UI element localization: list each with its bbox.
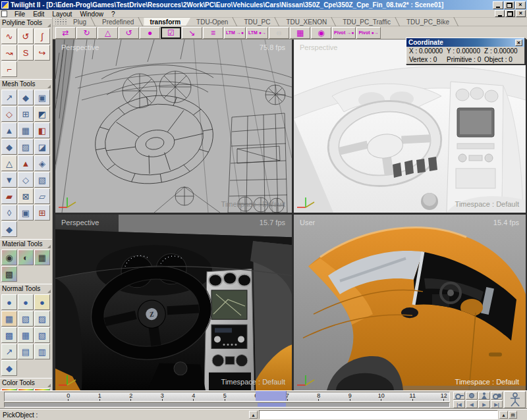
polyline-tool-button[interactable]: ↝ [1, 45, 17, 61]
mesh-tool-button[interactable]: ▨ [18, 139, 34, 155]
normal-tool-button[interactable]: ↗ [1, 344, 17, 359]
material-tool-button[interactable]: ▦ [34, 249, 50, 265]
mesh-tool-button[interactable]: ▱ [34, 188, 50, 204]
polyline-tool-button[interactable]: ∫ [34, 28, 50, 44]
mesh-tool-button[interactable]: ⊠ [18, 188, 34, 204]
mesh-tool-button[interactable]: ◇ [18, 172, 34, 188]
normal-tool-button[interactable]: ▦ [18, 327, 34, 343]
close-button[interactable]: × [515, 1, 526, 9]
polyline-tool-button[interactable]: ∿ [1, 28, 17, 44]
toolbar-tab[interactable]: TDU_PC_Bike [401, 18, 459, 26]
polyline-tool-button[interactable]: ↺ [18, 28, 34, 44]
normal-tool-button[interactable]: ▧ [18, 311, 34, 327]
status-spin-button[interactable]: ▲ [499, 411, 508, 419]
ltm-to-object-icon[interactable]: LTM →● [224, 27, 246, 39]
mesh-tool-button[interactable]: ◆ [1, 221, 17, 237]
box-tool-icon[interactable]: ▦ [290, 27, 310, 39]
normal-tool-button[interactable]: ▨ [34, 311, 50, 327]
mesh-tool-button[interactable]: ▲ [18, 155, 34, 171]
section-header-mesh[interactable]: Mesh Tools [0, 79, 52, 89]
material-tool-button[interactable]: ◐ [18, 249, 34, 265]
normal-tool-button[interactable]: ▧ [34, 327, 50, 343]
child-restore-button[interactable] [505, 10, 515, 17]
character-mode-button[interactable] [504, 391, 526, 408]
section-header-normal[interactable]: Normal Tools [0, 284, 52, 294]
polyline-tool-button[interactable]: S [18, 45, 34, 61]
mesh-tool-button[interactable]: ◊ [1, 205, 17, 221]
normal-tool-button[interactable]: ▥ [34, 344, 50, 359]
menu-item[interactable]: Window [76, 11, 107, 18]
mesh-tool-button[interactable]: ◈ [34, 155, 50, 171]
go-to-start-button[interactable]: |◀ [453, 400, 465, 408]
key-options-button[interactable] [491, 392, 503, 400]
toolbar-tab[interactable]: Predefined [96, 18, 144, 26]
object-to-pivot-icon[interactable]: Pivot ●→ [356, 27, 380, 39]
frame-forward-button[interactable]: ▶| [491, 400, 503, 408]
mesh-tool-button[interactable]: ▰ [1, 188, 17, 204]
toolbar-tab[interactable]: transform [144, 18, 190, 26]
material-tool-button[interactable]: ◉ [1, 249, 17, 265]
pick-object-spin-button[interactable]: ▲ [249, 411, 258, 419]
child-close-button[interactable]: × [516, 10, 526, 17]
section-header-color[interactable]: Color Tools [0, 378, 52, 388]
record-button[interactable] [466, 392, 478, 400]
toolbar-tab[interactable]: TDU_PC_Traffic [337, 18, 401, 26]
viewport-exterior-user[interactable]: User 15.4 fps Timespace : Default [294, 215, 526, 390]
normal-tool-button[interactable]: ▦ [1, 311, 17, 327]
menu-item[interactable]: File [11, 11, 29, 18]
set-key-button[interactable] [453, 392, 465, 400]
mesh-tool-button[interactable]: ▼ [1, 172, 17, 188]
translate-tool-icon[interactable]: ⇄ [55, 27, 76, 39]
object-list-icon[interactable]: ≡ [203, 27, 223, 39]
toolbar-tab[interactable]: TDU-Open [190, 18, 238, 26]
reset-transform-icon[interactable]: ↺ [119, 27, 139, 39]
mesh-tool-button[interactable]: ⊞ [34, 205, 50, 221]
child-minimize-button[interactable] [495, 10, 505, 17]
normal-tool-button[interactable]: ◆ [1, 360, 17, 376]
normal-tool-button[interactable]: ● [18, 294, 34, 310]
current-frame-cell[interactable] [256, 391, 287, 401]
coordinate-panel-close-button[interactable]: × [515, 39, 522, 46]
toolbar-tab[interactable]: TDU_XENON [280, 18, 337, 26]
selection-toggle-icon[interactable]: ☑ [161, 27, 181, 39]
menu-item[interactable]: Layout [48, 11, 76, 18]
link-objects-icon[interactable]: ↘ [182, 27, 202, 39]
polyline-tool-button[interactable]: ↪ [34, 45, 50, 61]
light-tool-icon[interactable]: ● [140, 27, 160, 39]
rotate-tool-icon[interactable]: ↻ [76, 27, 97, 39]
mesh-tool-button[interactable]: ◪ [34, 139, 50, 155]
viewport-shaded-perspective[interactable]: Perspective Timespace : Default [294, 39, 526, 213]
normal-tool-button[interactable]: ● [1, 294, 17, 310]
normal-tool-button[interactable]: ▩ [1, 327, 17, 343]
viewport-textured-perspective[interactable]: Z Perspective 15.7 fps Timespace : Defau… [55, 215, 292, 390]
mesh-tool-button[interactable]: ▣ [34, 90, 50, 105]
normal-tool-button[interactable]: ▤ [18, 344, 34, 359]
mesh-tool-button[interactable]: ↗ [1, 90, 17, 105]
menu-item[interactable]: Edit [29, 11, 48, 18]
polyline-tool-button[interactable]: ⌐ [1, 61, 17, 77]
mesh-tool-button[interactable]: ▣ [18, 205, 34, 221]
minimize-button[interactable] [493, 1, 503, 9]
toolbar-drag-handle[interactable] [55, 19, 67, 24]
mesh-tool-button[interactable]: ◇ [1, 106, 17, 122]
section-header-material[interactable]: Material Tools [0, 239, 52, 249]
mesh-tool-button[interactable]: ◩ [34, 106, 50, 122]
mesh-tool-button[interactable]: ◆ [1, 139, 17, 155]
toolbar-tab[interactable]: TDU_PC [238, 18, 280, 26]
mesh-tool-button[interactable]: ◧ [34, 122, 50, 138]
timeline-track[interactable] [4, 402, 450, 407]
mesh-tool-button[interactable]: ▧ [34, 172, 50, 188]
pick-object-input[interactable] [259, 410, 498, 419]
timeline-ruler[interactable]: 0123456789101112 [4, 392, 450, 402]
material-tool-button[interactable]: ▩ [1, 266, 17, 282]
mesh-tool-button[interactable]: △ [1, 155, 17, 171]
menu-item[interactable]: ? [107, 11, 119, 18]
restore-button[interactable] [504, 1, 514, 9]
actor-key-button[interactable] [478, 392, 490, 400]
coordinate-panel-titlebar[interactable]: Coordinate × [406, 38, 524, 47]
sphere-tool-icon[interactable]: ○ [269, 27, 289, 39]
mesh-tool-button[interactable]: ◆ [18, 90, 34, 105]
section-header-polyline[interactable]: Polyline Tools [0, 18, 52, 28]
pivot-to-object-icon[interactable]: Pivot →● [332, 27, 356, 39]
object-to-ltm-icon[interactable]: LTM ●→ [246, 27, 268, 39]
